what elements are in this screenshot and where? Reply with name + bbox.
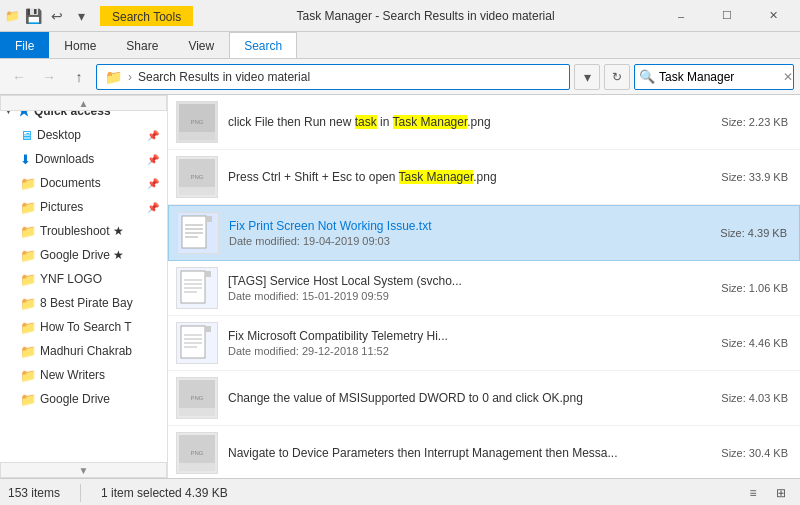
search-tools-tab[interactable]: Search Tools [100,6,193,26]
sidebar-item-how-to[interactable]: 📁 How To Search T [0,315,167,339]
search-tools-label: Search Tools [112,10,181,24]
up-button[interactable]: ↑ [66,64,92,90]
file-size: Size: 1.06 KB [721,282,788,294]
file-name: Fix Microsoft Compatibility Telemetry Hi… [228,329,711,343]
svg-rect-37 [179,435,215,463]
file-name: click File then Run new task in Task Man… [228,115,711,129]
sidebar-item-desktop[interactable]: 🖥 Desktop 📌 [0,123,167,147]
sidebar-item-8-best[interactable]: 📁 8 Best Pirate Bay [0,291,167,315]
sidebar-item-google-drive2[interactable]: 📁 Google Drive [0,387,167,411]
sidebar-item-documents[interactable]: 📁 Documents 📌 [0,171,167,195]
refresh-button[interactable]: ↻ [604,64,630,90]
undo-button[interactable]: ↩ [46,5,68,27]
folder-icon: 📁 [20,320,36,335]
file-item[interactable]: PNG click File then Run new task in Task… [168,95,800,150]
close-button[interactable]: ✕ [750,0,796,32]
sidebar-item-troubleshoot[interactable]: 📁 Troubleshoot ★ [0,219,167,243]
file-size: Size: 2.23 KB [721,116,788,128]
file-item[interactable]: Fix Print Screen Not Working Issue.txt D… [168,205,800,261]
ribbon-tabs: File Home Share View Search [0,32,800,58]
svg-rect-5 [179,159,215,187]
pin-icon: 📌 [147,154,159,165]
ribbon: File Home Share View Search [0,32,800,59]
pin-icon: 📌 [147,130,159,141]
sidebar-item-label: Downloads [35,152,143,166]
sidebar-item-label: New Writers [40,368,159,382]
sidebar-scroll-up[interactable]: ▲ [0,95,167,111]
status-separator [80,484,81,502]
title-bar: 📁 💾 ↩ ▾ Search Tools Task Manager - Sear… [0,0,800,32]
dropdown-button[interactable]: ▾ [70,5,92,27]
file-name: Change the value of MSISupported DWORD t… [228,391,711,405]
forward-button[interactable]: → [36,64,62,90]
svg-text:PNG: PNG [190,395,203,401]
minimize-button[interactable]: – [658,0,704,32]
file-item[interactable]: PNG Navigate to Device Parameters then I… [168,426,800,478]
file-item[interactable]: Fix Microsoft Compatibility Telemetry Hi… [168,316,800,371]
sidebar-item-label: How To Search T [40,320,159,334]
svg-text:PNG: PNG [190,450,203,456]
address-path[interactable]: 📁 › Search Results in video material [96,64,570,90]
status-right: ≡ ⊞ [742,482,792,504]
folder-icon: 📁 [20,344,36,359]
address-bar: ← → ↑ 📁 › Search Results in video materi… [0,59,800,95]
file-info: [TAGS] Service Host Local System (svcho.… [228,274,711,302]
file-info: Press Ctrl + Shift + Esc to open Task Ma… [228,170,711,184]
search-box[interactable]: 🔍 ✕ [634,64,794,90]
sidebar: ▲ ▼ ★ Quick access 🖥 Desktop 📌 ⬇ Downloa… [0,95,168,478]
svg-rect-11 [206,216,212,222]
file-meta: Date modified: 15-01-2019 09:59 [228,290,711,302]
folder-icon: 📁 [20,200,36,215]
sidebar-item-label: Google Drive ★ [40,248,159,262]
search-clear-button[interactable]: ✕ [783,68,793,86]
sidebar-item-label: YNF LOGO [40,272,159,286]
list-view-button[interactable]: ≡ [742,482,764,504]
svg-rect-38 [179,463,215,471]
sidebar-item-google-drive[interactable]: 📁 Google Drive ★ [0,243,167,267]
highlight-taskmanager: Task Manager [399,170,474,184]
sidebar-scroll-down[interactable]: ▼ [0,462,167,478]
maximize-button[interactable]: ☐ [704,0,750,32]
file-item[interactable]: PNG Change the value of MSISupported DWO… [168,371,800,426]
file-thumbnail: PNG [176,432,218,474]
highlight-taskmanager: Task Manager [393,115,468,129]
svg-rect-25 [181,326,205,358]
sidebar-item-madhuri[interactable]: 📁 Madhuri Chakrab [0,339,167,363]
grid-view-button[interactable]: ⊞ [770,482,792,504]
svg-rect-9 [182,216,206,248]
path-text: Search Results in video material [138,70,310,84]
folder-blue-icon: 📁 [20,392,36,407]
sidebar-item-label: 8 Best Pirate Bay [40,296,159,310]
search-input[interactable] [659,70,779,84]
window-title: Task Manager - Search Results in video m… [193,9,658,23]
sidebar-item-ynf-logo[interactable]: 📁 YNF LOGO [0,267,167,291]
sidebar-item-pictures[interactable]: 📁 Pictures 📌 [0,195,167,219]
file-item[interactable]: [TAGS] Service Host Local System (svcho.… [168,261,800,316]
tab-share[interactable]: Share [111,32,173,58]
file-thumbnail [176,267,218,309]
desktop-icon: 🖥 [20,128,33,143]
svg-rect-2 [179,132,215,140]
file-name: Navigate to Device Parameters then Inter… [228,446,711,460]
path-dropdown-button[interactable]: ▾ [574,64,600,90]
tab-view[interactable]: View [173,32,229,58]
tab-file[interactable]: File [0,32,49,58]
folder-icon: 📁 [4,8,20,24]
svg-rect-33 [179,380,215,408]
save-button[interactable]: 💾 [22,5,44,27]
file-thumbnail: PNG [176,377,218,419]
tab-home[interactable]: Home [49,32,111,58]
file-name: Fix Print Screen Not Working Issue.txt [229,219,710,233]
sidebar-item-label: Documents [40,176,143,190]
sidebar-item-label: Madhuri Chakrab [40,344,159,358]
file-item[interactable]: PNG Press Ctrl + Shift + Esc to open Tas… [168,150,800,205]
file-size: Size: 4.03 KB [721,392,788,404]
folder-icon: 📁 [20,272,36,287]
file-info: Fix Microsoft Compatibility Telemetry Hi… [228,329,711,357]
svg-rect-17 [181,271,205,303]
file-meta: Date modified: 29-12-2018 11:52 [228,345,711,357]
sidebar-item-downloads[interactable]: ⬇ Downloads 📌 [0,147,167,171]
back-button[interactable]: ← [6,64,32,90]
tab-search[interactable]: Search [229,32,297,58]
sidebar-item-new-writers[interactable]: 📁 New Writers [0,363,167,387]
